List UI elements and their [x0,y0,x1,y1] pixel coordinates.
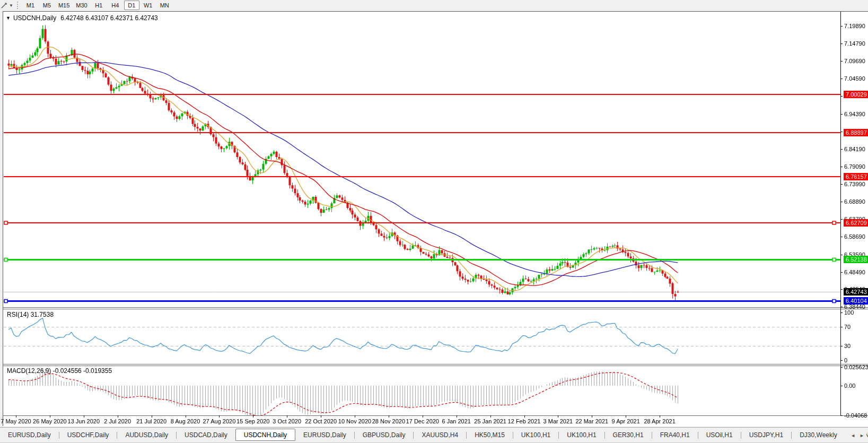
chart-tab-gbpusd-daily[interactable]: GBPUSD,Daily [355,430,414,440]
level-price-tag[interactable]: 6.76157 [844,173,868,180]
date-axis-label: 8 Aug 2020 [171,418,200,424]
chart-tab-usdcnh-daily[interactable]: USDCNH,Daily [235,429,295,441]
date-axis-label: 27 Aug 2020 [203,418,235,424]
level-price-tag[interactable]: 6.52138 [844,256,868,263]
chart-tab-eurusd-daily[interactable]: EURUSD,Daily [295,430,354,440]
date-axis-label: 22 Oct 2020 [305,418,337,424]
chart-tab-uk100-h1[interactable]: UK100,H1 [559,430,604,440]
price-axis-tick: 6.58690 [844,233,865,240]
scroll-left-icon[interactable]: ◄ [848,432,857,439]
application-window: ▼ M1M5M15M30H1H4D1W1MN ▼USDCNH,Daily6.42… [0,0,868,443]
price-axis-tick: 6.79090 [844,163,865,170]
chart-tab-usdcad-daily[interactable]: USDCAD,Daily [177,430,235,440]
date-axis-label: 6 Jan 2021 [442,418,470,424]
date-axis-label: 26 May 2020 [33,418,67,424]
rsi-axis-tick: 70 [844,324,851,330]
level-price-tag[interactable]: 6.62709 [844,219,868,227]
date-axis-label: 7 May 2020 [1,418,31,424]
date-axis-label: 28 Nov 2020 [372,418,405,424]
level-price-tag[interactable]: 7.00029 [844,91,868,98]
date-axis-label: 15 Sep 2020 [236,418,269,424]
price-axis-tick: 7.09690 [844,58,865,64]
date-axis-label: 21 Jul 2020 [136,418,166,424]
macd-axis-tick: 0.025623 [844,364,868,370]
date-axis-label: 12 Feb 2021 [508,418,541,424]
chart-window[interactable]: ▼USDCNH,Daily6.42748 6.43107 6.42371 6.4… [3,11,868,426]
price-axis-tick: 6.84190 [844,146,865,152]
chart-title: ▼USDCNH,Daily6.42748 6.43107 6.42371 6.4… [6,14,158,22]
chart-tab-audusd-daily[interactable]: AUDUSD,Daily [117,430,176,440]
price-chart-canvas[interactable] [1,1,868,443]
rsi-indicator-label: RSI(14) 31.7538 [7,311,54,318]
date-axis-label: 3 Mar 2021 [543,418,573,424]
rsi-axis-tick: 0 [844,357,847,363]
chart-tab-xauusd-h4[interactable]: XAUUSD,H4 [414,430,466,440]
chart-tab-eurusd-daily[interactable]: EURUSD,Daily [0,430,59,440]
chart-tab-ger30-h1[interactable]: GER30,H1 [605,430,652,440]
level-price-tag[interactable]: 6.40104 [844,297,868,305]
collapse-icon[interactable]: ▼ [6,15,11,21]
symbol-period-label: USDCNH,Daily [13,14,56,22]
price-axis-tick: 6.73990 [844,181,865,187]
date-axis-label: 13 Jun 2020 [68,418,100,424]
level-price-tag[interactable]: 6.88897 [844,129,868,136]
price-axis-tick: 7.04590 [844,75,865,82]
price-axis-tick: 6.48490 [844,269,865,275]
macd-indicator-label: MACD(12,26,9) -0.024556 -0.019355 [7,367,112,375]
date-axis-label: 3 Oct 2020 [273,418,301,424]
chart-tab-usdchf-daily[interactable]: USDCHF,Daily [59,430,117,440]
price-axis-tick: 6.68890 [844,198,865,205]
chart-tab-usoil-h1[interactable]: USOil,H1 [698,430,741,440]
date-axis-label: 10 Nov 2020 [338,418,371,424]
chart-tab-bar: EURUSD,DailyUSDCHF,DailyAUDUSD,DailyUSDC… [0,427,868,443]
chart-tab-usdjpy-h1[interactable]: USDJPY,H1 [741,430,791,440]
chart-tab-fra40-h1[interactable]: FRA40,H1 [652,430,698,440]
chart-tab-uk100-h1[interactable]: UK100,H1 [513,430,558,440]
macd-axis-tick: -0.04068 [844,412,867,419]
macd-axis-tick: 0.00 [844,383,855,389]
price-axis-tick: 7.14790 [844,40,865,47]
rsi-axis-tick: 100 [844,309,854,316]
ohlc-values: 6.42748 6.43107 6.42371 6.42743 [60,14,158,22]
date-axis-label: 22 Mar 2021 [575,418,608,424]
date-axis-label: 2 Jul 2020 [104,418,131,424]
date-axis-label: 25 Jan 2021 [474,418,506,424]
chart-tab-dj30-weekly[interactable]: DJ30,Weekly [792,430,845,440]
date-axis-label: 28 Apr 2021 [644,418,675,424]
date-axis-label: 17 Dec 2020 [406,418,439,424]
current-price-tag[interactable]: 6.42743 [844,288,868,296]
rsi-axis-tick: 30 [844,343,851,349]
scroll-right-icon[interactable]: ► [857,432,866,439]
price-axis-tick: 6.94390 [844,111,865,117]
chart-tab-hk50-m15[interactable]: HK50,M15 [467,430,513,440]
price-axis-tick: 7.19890 [844,23,865,29]
tab-scroll-arrows: ◄ ► [845,428,866,443]
date-axis-label: 9 Apr 2021 [612,418,640,424]
